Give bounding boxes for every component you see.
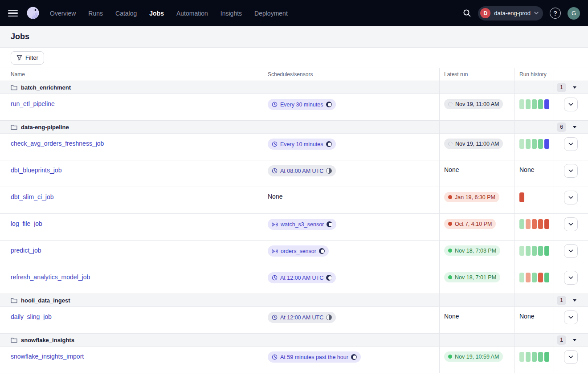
job-name-link[interactable]: daily_sling_job [11, 313, 52, 320]
run-history-bar[interactable] [519, 352, 524, 362]
toggle-icon[interactable] [326, 141, 332, 147]
latest-run-chip[interactable]: Nov 18, 7:03 PM [444, 245, 500, 256]
trigger-chip[interactable]: At 12:00 AM UTC [268, 272, 336, 283]
group-row[interactable]: hooli_data_ingest 1 [0, 294, 588, 307]
job-actions-dropdown-button[interactable] [564, 164, 578, 178]
latest-run-chip[interactable]: Jan 19, 6:30 PM [444, 192, 499, 202]
latest-run-chip[interactable]: Nov 19, 11:00 AM [444, 139, 503, 149]
help-icon[interactable]: ? [550, 8, 561, 19]
run-history-bar[interactable] [544, 139, 549, 149]
toggle-icon[interactable] [351, 354, 357, 360]
toggle-icon[interactable] [319, 248, 325, 254]
job-name-link[interactable]: run_etl_pipeline [11, 100, 55, 107]
nav-item-catalog[interactable]: Catalog [115, 10, 137, 17]
latest-run-chip[interactable]: Nov 19, 11:00 AM [444, 99, 503, 109]
trigger-chip[interactable]: Every 10 minutes [268, 139, 336, 150]
job-actions-dropdown-button[interactable] [564, 217, 578, 231]
collapse-caret-icon[interactable] [573, 339, 576, 341]
run-history-bar[interactable] [519, 219, 524, 229]
run-history-bar[interactable] [519, 246, 524, 256]
trigger-chip[interactable]: At 08:00 AM UTC [268, 165, 336, 176]
toggle-icon[interactable] [326, 275, 332, 281]
filter-button[interactable]: Filter [11, 51, 44, 65]
latest-run-chip[interactable]: Oct 7, 4:10 PM [444, 219, 496, 229]
run-history-bar[interactable] [532, 246, 537, 256]
job-actions-dropdown-button[interactable] [564, 350, 578, 364]
run-history-bar[interactable] [544, 219, 549, 229]
run-history-bar[interactable] [532, 273, 537, 282]
run-history-bar[interactable] [544, 246, 549, 256]
collapse-caret-icon[interactable] [573, 86, 576, 89]
job-name-link[interactable]: refresh_analytics_model_job [11, 274, 90, 281]
group-row[interactable]: data-eng-pipeline 6 [0, 121, 588, 134]
run-history-bar[interactable] [544, 99, 549, 109]
deployment-switcher[interactable]: D data-eng-prod [478, 6, 543, 20]
toggle-icon[interactable] [326, 102, 332, 107]
avatar[interactable]: G [568, 7, 580, 20]
run-history-bar[interactable] [526, 139, 531, 149]
job-actions-dropdown-button[interactable] [564, 271, 578, 285]
trigger-label: Every 30 minutes [280, 102, 323, 108]
nav-item-insights[interactable]: Insights [220, 10, 242, 17]
dagster-logo-icon[interactable] [25, 5, 41, 21]
toggle-icon[interactable] [326, 314, 332, 320]
run-history-bar[interactable] [526, 273, 531, 282]
clock-icon [272, 141, 278, 147]
trigger-chip[interactable]: Every 30 minutes [268, 99, 336, 110]
run-history-bar[interactable] [526, 219, 531, 229]
job-actions-dropdown-button[interactable] [564, 191, 578, 204]
run-history-bars [519, 219, 554, 229]
nav-item-overview[interactable]: Overview [50, 10, 76, 17]
run-history-bar[interactable] [519, 99, 524, 109]
job-actions-dropdown-button[interactable] [564, 310, 578, 324]
collapse-caret-icon[interactable] [573, 299, 576, 302]
job-name-link[interactable]: predict_job [11, 247, 41, 254]
run-history-bar[interactable] [519, 192, 524, 202]
job-name-link[interactable]: snowflake_insights_import [11, 353, 84, 360]
nav-item-jobs[interactable]: Jobs [149, 10, 164, 17]
job-name-link[interactable]: dbt_blueprints_job [11, 167, 61, 174]
hamburger-menu-icon[interactable] [8, 10, 18, 16]
latest-run-chip[interactable]: Nov 18, 7:01 PM [444, 272, 500, 282]
job-name-link[interactable]: check_avg_orders_freshness_job [11, 140, 104, 147]
header-run-history: Run history [514, 71, 554, 78]
toggle-icon[interactable] [327, 221, 332, 227]
run-history-bar[interactable] [544, 352, 549, 362]
folder-icon [11, 124, 17, 130]
job-name-link[interactable]: dbt_slim_ci_job [11, 193, 54, 200]
run-history-bar[interactable] [532, 352, 537, 362]
job-actions-dropdown-button[interactable] [564, 244, 578, 258]
actions-cell [554, 214, 588, 240]
trigger-chip[interactable]: At 12:00 AM UTC [268, 312, 336, 323]
run-history-bar[interactable] [519, 273, 524, 282]
run-history-bar[interactable] [526, 352, 531, 362]
trigger-chip[interactable]: orders_sensor [268, 245, 329, 257]
nav-item-runs[interactable]: Runs [88, 10, 103, 17]
run-history-bar[interactable] [526, 99, 531, 109]
run-history-bar[interactable] [532, 139, 537, 149]
run-history-bar[interactable] [538, 99, 543, 109]
run-history-bar[interactable] [538, 352, 543, 362]
toggle-icon[interactable] [326, 168, 332, 174]
run-history-bar[interactable] [519, 139, 524, 149]
group-row[interactable]: batch_enrichment 1 [0, 81, 588, 94]
run-history-bar[interactable] [532, 219, 537, 229]
group-row[interactable]: snowflake_insights 1 [0, 334, 588, 347]
nav-item-automation[interactable]: Automation [176, 10, 208, 17]
run-history-bar[interactable] [538, 246, 543, 256]
nav-item-deployment[interactable]: Deployment [254, 10, 288, 17]
run-history-bar[interactable] [538, 219, 543, 229]
run-history-bar[interactable] [538, 139, 543, 149]
latest-run-chip[interactable]: Nov 19, 10:59 AM [444, 351, 503, 362]
run-history-bar[interactable] [544, 273, 549, 282]
job-name-link[interactable]: log_file_job [11, 220, 42, 227]
collapse-caret-icon[interactable] [573, 126, 576, 128]
job-actions-dropdown-button[interactable] [564, 137, 578, 151]
trigger-chip[interactable]: watch_s3_sensor [268, 219, 336, 230]
run-history-bar[interactable] [532, 99, 537, 109]
job-actions-dropdown-button[interactable] [564, 98, 578, 111]
run-history-bar[interactable] [526, 246, 531, 256]
trigger-chip[interactable]: At 59 minutes past the hour [268, 351, 361, 363]
run-history-bar[interactable] [538, 273, 543, 282]
search-icon[interactable] [463, 9, 471, 17]
